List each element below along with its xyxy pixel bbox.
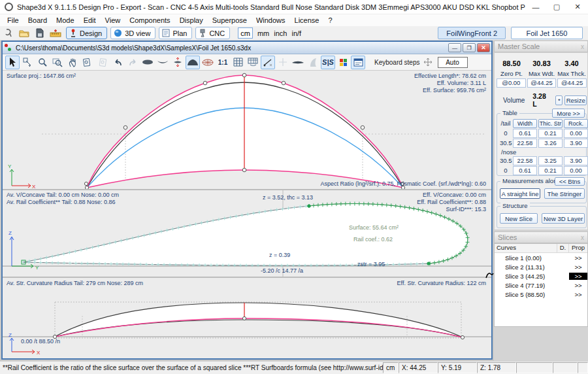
doc-restore-button[interactable]: ❐ [463, 43, 476, 52]
max-thck-at[interactable]: @44.25 [557, 78, 587, 88]
resize-button[interactable]: Resize [564, 95, 587, 105]
rail-bottom-point[interactable] [427, 262, 430, 265]
open-file-icon[interactable] [17, 27, 31, 40]
col-curves-label[interactable]: Curves [495, 244, 557, 252]
select-point-icon[interactable] [20, 56, 35, 69]
col-width[interactable]: Width [513, 119, 537, 128]
close-button[interactable]: ✕ [567, 0, 588, 14]
plan-label: Plan [172, 29, 187, 37]
rocker-view-icon[interactable] [155, 56, 170, 69]
minimize-button[interactable]: — [525, 0, 546, 14]
pan-hand-icon[interactable] [65, 56, 80, 69]
3d-view-label: 3D view [125, 29, 150, 37]
col-thic-str[interactable]: Thic. Str [538, 119, 563, 128]
measure-icon[interactable] [261, 56, 275, 69]
stringer-curves-icon[interactable]: S|S [321, 56, 335, 69]
move-steps-icon[interactable] [423, 58, 433, 67]
slices-close-icon[interactable]: x [581, 234, 584, 241]
unit-cm[interactable]: cm [238, 27, 253, 39]
max-wdt-at[interactable]: @44.25 [527, 78, 557, 88]
properties-window-icon[interactable] [351, 56, 365, 69]
table-group-label: Table [500, 109, 519, 116]
scale-ruler-icon[interactable] [48, 27, 63, 40]
colors-palette-icon[interactable] [336, 56, 350, 69]
wireframe-view-icon[interactable] [201, 56, 215, 69]
3d-view-button[interactable]: 3D view [110, 27, 155, 39]
outline-view-icon[interactable] [140, 56, 155, 69]
menu-superpose[interactable]: Superpose [208, 16, 252, 24]
slice-view-icon[interactable] [186, 56, 200, 69]
btns-button[interactable]: << Btns [555, 177, 585, 186]
profile-viewport[interactable]: Z X Av. Str. Curvature Radius Tail: 279 … [3, 278, 491, 355]
menu-license[interactable]: License [290, 16, 324, 24]
one-to-one-icon[interactable]: 1:1 [216, 56, 230, 69]
document-icon [5, 44, 12, 52]
cnc-button[interactable]: CNC [195, 27, 230, 39]
slices-caption[interactable]: Slices x [494, 231, 588, 243]
doc-minimize-button[interactable]: — [448, 43, 461, 52]
col-d-label[interactable]: D. [557, 244, 569, 252]
menu-display[interactable]: Display [175, 16, 208, 24]
menu-mode[interactable]: Mode [52, 16, 79, 24]
crosshair-icon [276, 56, 290, 69]
guides-table-icon[interactable] [246, 56, 260, 69]
menu-edit[interactable]: Edit [79, 16, 101, 24]
straight-line-button[interactable]: A straight line [500, 188, 540, 199]
new-board-icon[interactable] [1, 27, 16, 40]
star-button[interactable]: * [555, 95, 563, 105]
table-row: 0 0.61 0.21 0.00 [500, 166, 588, 175]
new-3d-layer-button[interactable]: New 3D Layer [542, 213, 585, 224]
list-item-slice-5[interactable]: Slice 5 (88.50) >> [495, 290, 587, 299]
rail-apex-point[interactable] [307, 204, 310, 207]
tab-foil-jet-1650[interactable]: Foil Jet 1650 [511, 27, 583, 39]
copy-view-icon[interactable] [80, 56, 95, 69]
select-arrow-icon[interactable] [5, 56, 20, 69]
list-item-slice-1[interactable]: Slice 1 (0.00) >> [495, 253, 587, 262]
menu-components[interactable]: Components [125, 16, 174, 24]
plan-button[interactable]: Plan [159, 27, 192, 39]
menu-help[interactable]: ? [323, 16, 336, 24]
maximize-button[interactable]: ▢ [546, 0, 567, 14]
zoom-icon[interactable] [35, 56, 50, 69]
col-rock-str[interactable]: Rock. Str [564, 119, 588, 128]
window-title: Shape3d X 9.1.1.5 Design Pro - Export - … [17, 3, 525, 11]
stringer-button[interactable]: The Stringer [544, 188, 585, 199]
redo-icon [125, 56, 140, 69]
undo-icon[interactable] [110, 56, 125, 69]
nose-label: /nose [501, 148, 588, 156]
board-side-icon[interactable] [291, 56, 305, 69]
design-label: Design [80, 29, 102, 37]
slice-viewport[interactable]: Z Y Av. V/Concave Tail: 0.00 cm Nose: 0.… [3, 190, 491, 278]
list-item-slice-2[interactable]: Slice 2 (11.31) >> [495, 262, 587, 271]
unit-inf[interactable]: in/f [291, 29, 301, 37]
master-scale-close-icon[interactable]: x [581, 43, 584, 50]
list-item-slice-3[interactable]: Slice 3 (44.25) >> [495, 271, 587, 280]
aspect-ratio-label: Aspect Ratio (lng²/srf.): 0.75, Prismati… [320, 180, 486, 188]
master-scale-caption[interactable]: Master Scale x [494, 41, 588, 52]
table-row: 0 0.61 0.21 0.00 [500, 129, 588, 138]
resize-grip[interactable] [578, 362, 588, 373]
plan-viewport[interactable]: Y X Surface proj.: 1647.86 cm² Effective… [3, 71, 491, 190]
document-title-bar[interactable]: C:\Users\thoma\Documents\S3d models\Shap… [3, 42, 491, 54]
col-prop-label[interactable]: Prop [569, 244, 587, 252]
doc-close-button[interactable]: ✕ [477, 43, 490, 52]
more-button[interactable]: More >> [552, 109, 585, 118]
menu-view[interactable]: View [101, 16, 125, 24]
menu-windows[interactable]: Windows [252, 16, 290, 24]
menu-board[interactable]: Board [24, 16, 52, 24]
list-item-slice-4[interactable]: Slice 4 (77.19) >> [495, 280, 587, 290]
save-file-icon[interactable] [33, 27, 47, 40]
unit-mm[interactable]: mm [257, 29, 269, 37]
new-slice-button[interactable]: New Slice [500, 213, 538, 224]
grid-icon[interactable] [231, 56, 245, 69]
design-button[interactable]: Design [66, 27, 107, 39]
width-value: 30.83 [527, 60, 557, 67]
tab-foilwingfront2[interactable]: FoilWingFront 2 [438, 27, 506, 39]
menu-file[interactable]: File [3, 16, 24, 24]
slice-apex-icon[interactable] [171, 56, 185, 69]
unit-inch[interactable]: inch [274, 29, 287, 37]
slice-fill [24, 204, 468, 266]
zoom-window-icon[interactable] [50, 56, 65, 69]
auto-steps-button[interactable]: Auto [438, 57, 468, 68]
zero-pt-at[interactable]: @0.00 [497, 78, 526, 88]
